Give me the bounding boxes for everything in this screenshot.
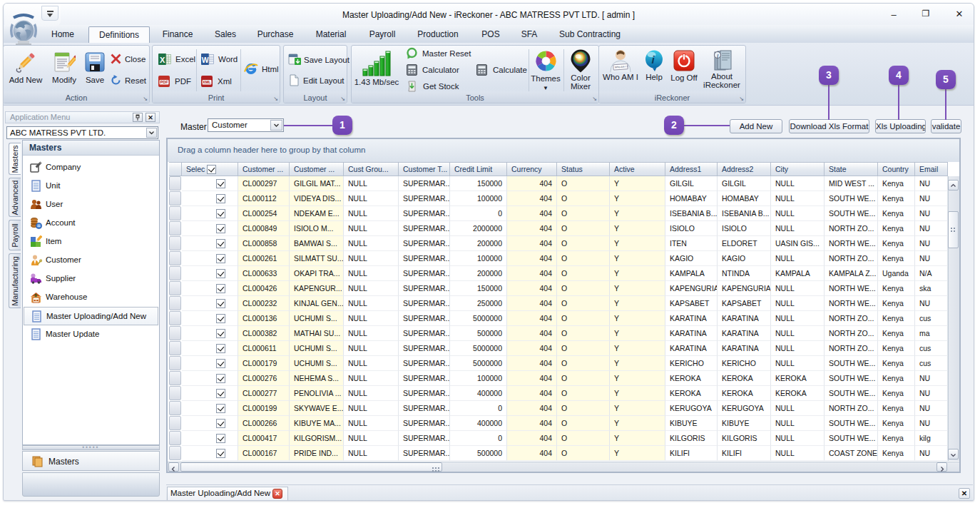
svg-text:XML: XML bbox=[203, 80, 211, 84]
svg-text:PDF: PDF bbox=[160, 80, 169, 84]
svg-text:X: X bbox=[160, 55, 165, 64]
svg-text:W: W bbox=[202, 55, 209, 64]
